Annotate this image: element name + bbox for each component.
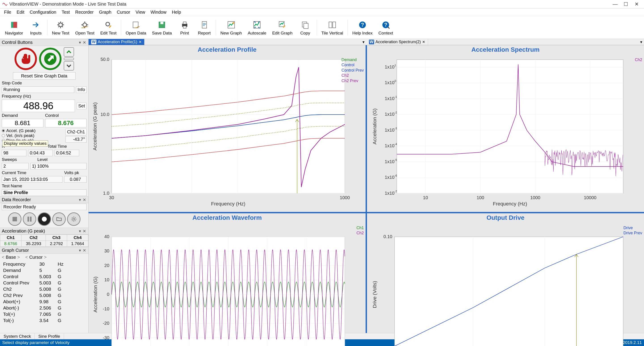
chart-accel-profile[interactable]: Acceleration Profile 3010001.010.050.0Fr… xyxy=(88,45,366,212)
minimize-button[interactable]: — xyxy=(610,1,620,8)
toolbar-copy[interactable]: Copy xyxy=(296,19,315,37)
svg-text:-3: -3 xyxy=(394,127,397,130)
menu-file[interactable]: File xyxy=(1,9,14,16)
panel-pin-icon[interactable]: ▾ xyxy=(78,248,82,253)
menu-recorder[interactable]: Recorder xyxy=(72,9,96,16)
panel-close-icon[interactable]: ✕ xyxy=(82,229,86,234)
tab-close-icon[interactable]: ✕ xyxy=(139,40,142,44)
panel-pin-icon[interactable]: ▾ xyxy=(78,197,82,202)
menu-graph[interactable]: Graph xyxy=(96,9,114,16)
svg-text:40: 40 xyxy=(104,234,109,239)
tab-dropdown-icon[interactable]: ▾ xyxy=(361,39,366,45)
svg-rect-9 xyxy=(183,22,186,24)
tab-accel-profile[interactable]: W Acceleration Profile(1) ✕ xyxy=(88,39,144,45)
svg-text:Acceleration (G): Acceleration (G) xyxy=(372,109,378,145)
tab-close-icon[interactable]: ✕ xyxy=(422,40,425,44)
info-button[interactable]: Info xyxy=(76,86,86,93)
svg-rect-42 xyxy=(397,60,624,193)
menu-cursor[interactable]: Cursor xyxy=(114,9,133,16)
rec-record-button[interactable] xyxy=(38,212,51,226)
svg-text:1x10: 1x10 xyxy=(384,96,394,101)
stop-button[interactable] xyxy=(14,48,37,70)
panel-close-icon[interactable]: ✕ xyxy=(82,40,86,45)
menu-view[interactable]: View xyxy=(133,9,148,16)
rec-stop-button[interactable] xyxy=(8,212,22,226)
cursor-next2-button[interactable]: > xyxy=(44,255,47,260)
graph-area: W Acceleration Profile(1) ✕ ▾ W Accelera… xyxy=(88,39,644,333)
panel-pin-icon[interactable]: ▾ xyxy=(78,40,82,45)
toolbar-new-graph[interactable]: New Graph xyxy=(218,19,245,37)
bottom-tab-system-check[interactable]: System Check xyxy=(0,333,35,339)
toolbar-open-test[interactable]: Open Test xyxy=(72,19,97,37)
rec-pause-button[interactable] xyxy=(23,212,36,226)
status-message: Select display parameter of Velocity xyxy=(2,340,70,345)
panel-pin-icon[interactable]: ▾ xyxy=(78,229,82,234)
tab-accel-spectrum[interactable]: W Acceleration Spectrum(2) ✕ xyxy=(366,39,428,45)
radio-vel[interactable]: Vel. (in/s peak) xyxy=(2,133,64,138)
data-recorder-header: Data Recorder ▾ ✕ xyxy=(0,196,88,203)
chart-accel-waveform[interactable]: Acceleration Waveform 0102030405060-40-3… xyxy=(88,213,366,346)
stopcode-field: Running xyxy=(2,86,74,93)
control-buttons xyxy=(0,46,88,72)
menu-window[interactable]: Window xyxy=(148,9,169,16)
toolbar-edit-test[interactable]: Edit Test xyxy=(98,19,119,37)
graph-new-icon xyxy=(226,20,236,30)
bottom-tab-sine-profile[interactable]: Sine Profile xyxy=(35,333,64,339)
svg-text:0: 0 xyxy=(394,80,396,83)
graph-cursor-header: Graph Cursor ▾ ✕ xyxy=(0,247,88,254)
report-icon xyxy=(199,20,210,30)
cursor-prev-button[interactable]: < xyxy=(2,255,4,260)
svg-text:1x10: 1x10 xyxy=(384,65,394,69)
toolbar-inputs[interactable]: Inputs xyxy=(26,19,46,37)
menu-test[interactable]: Test xyxy=(59,9,73,16)
menu-help[interactable]: Help xyxy=(169,9,184,16)
app-icon xyxy=(2,2,8,7)
gear-edit-icon xyxy=(103,20,114,30)
mid-button[interactable] xyxy=(64,58,74,60)
close-button[interactable]: ✕ xyxy=(632,1,642,8)
print-icon xyxy=(179,20,190,30)
acceleration-header: Acceleration (G peak) ▾ ✕ xyxy=(0,228,88,235)
main-toolbar: NavigatorInputsNew TestOpen TestEdit Tes… xyxy=(0,16,644,39)
tab-dropdown-icon[interactable]: ▾ xyxy=(638,39,644,45)
svg-rect-1 xyxy=(13,22,17,28)
svg-text:1x10: 1x10 xyxy=(384,191,394,196)
set-button[interactable]: Set xyxy=(77,103,86,109)
menu-configuration[interactable]: Configuration xyxy=(27,9,59,16)
svg-text:30: 30 xyxy=(109,195,114,200)
menu-edit[interactable]: Edit xyxy=(14,9,27,16)
svg-rect-18 xyxy=(332,22,336,28)
tile-icon xyxy=(327,20,338,30)
cursor-next-button[interactable]: > xyxy=(17,255,20,260)
ch2-ch1-button[interactable]: Ch2-Ch1 xyxy=(66,129,86,135)
panel-close-icon[interactable]: ✕ xyxy=(82,197,86,202)
gear-icon xyxy=(55,20,66,30)
toolbar-navigator[interactable]: Navigator xyxy=(2,19,26,37)
cursor-prev2-button[interactable]: < xyxy=(25,255,28,260)
reset-graph-button[interactable]: Reset Sine Graph Data xyxy=(13,72,76,80)
titlebar: VibrationVIEW - Demonstration Mode - Liv… xyxy=(0,0,644,9)
toolbar-new-test[interactable]: New Test xyxy=(49,19,72,37)
chart-output-drive[interactable]: Output Drive 3010010000.040.10Frequency … xyxy=(367,213,644,346)
up-button[interactable] xyxy=(64,47,74,57)
maximize-button[interactable]: ☐ xyxy=(621,1,631,8)
svg-text:10.0: 10.0 xyxy=(100,112,109,117)
toolbar-context[interactable]: ?Context xyxy=(376,19,396,37)
toolbar-autoscale[interactable]: Autoscale xyxy=(245,19,269,37)
chart-accel-spectrum[interactable]: Acceleration Spectrum 101001000100001x10… xyxy=(367,45,644,212)
toolbar-report[interactable]: Report xyxy=(195,19,214,37)
toolbar-open-data[interactable]: Open Data xyxy=(123,19,149,37)
toolbar-help-index[interactable]: ?Help Index xyxy=(350,19,375,37)
run-button[interactable] xyxy=(39,48,62,70)
panel-close-icon[interactable]: ✕ xyxy=(82,248,86,253)
toolbar-edit-graph[interactable]: Edit Graph xyxy=(270,19,295,37)
total-time-field: 0:04:52 xyxy=(54,150,79,156)
rec-open-button[interactable] xyxy=(52,212,66,226)
radio-accel[interactable]: Accel. (G peak) xyxy=(2,128,64,133)
rec-settings-button[interactable] xyxy=(67,212,80,226)
down-button[interactable] xyxy=(64,61,74,71)
toolbar-print[interactable]: Print xyxy=(175,19,194,37)
toolbar-save-data[interactable]: Save Data xyxy=(149,19,175,37)
svg-text:-5: -5 xyxy=(394,158,397,162)
toolbar-tile-vertical[interactable]: Tile Vertical xyxy=(319,19,346,37)
